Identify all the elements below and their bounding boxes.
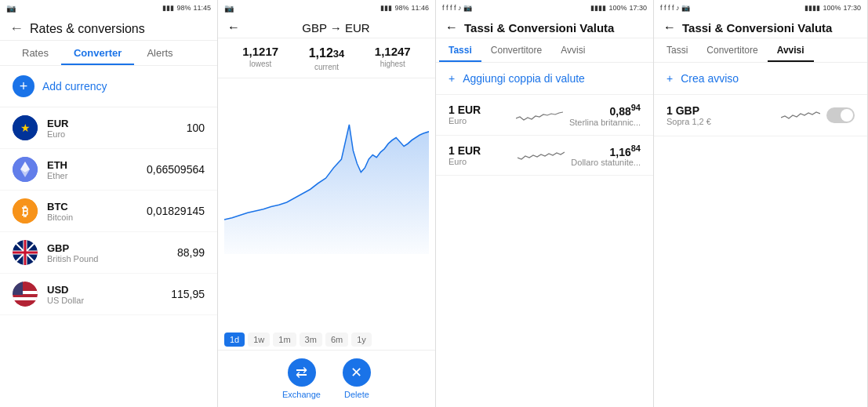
pair-title: GBP → EUR: [246, 21, 426, 35]
currency-item-gbp[interactable]: GBP British Pound 88,99: [0, 232, 217, 274]
status-bar-3: f f f f ♪ 📷 ▮▮▮▮ 100% 17:30: [436, 0, 653, 16]
tab-avvisi-3[interactable]: Avvisi: [551, 38, 594, 62]
svg-text:₿: ₿: [22, 205, 28, 218]
time-3m[interactable]: 3m: [300, 333, 322, 347]
pair-info-1: 1 EUR Euro: [449, 104, 510, 125]
currency-value-gbp: 88,99: [177, 246, 205, 259]
panel-avvisi: f f f f ♪ 📷 ▮▮▮▮ 100% 17:30 ← Tassi & Co…: [654, 0, 868, 407]
currency-name-eth: Ether: [47, 171, 137, 180]
signal-icon-1: ▮▮▮: [162, 4, 174, 12]
currency-item-usd[interactable]: USD US Dollar 115,95: [0, 274, 217, 315]
rate-highest-label: highest: [375, 60, 411, 68]
flag-eur: ★: [13, 115, 38, 140]
page-title-3: Tassi & Conversioni Valuta: [464, 21, 614, 35]
tab-avvisi-4[interactable]: Avvisi: [768, 38, 814, 62]
back-button-2[interactable]: ←: [227, 20, 240, 35]
status-left-1: 📷: [6, 4, 16, 13]
currency-info-gbp: GBP British Pound: [47, 242, 168, 263]
time-selector: 1d 1w 1m 3m 6m 1y: [218, 329, 435, 350]
pair-info-2: 1 EUR Euro: [449, 144, 511, 166]
flag-eth: [13, 157, 38, 182]
chart-svg: [224, 82, 429, 254]
time-6m[interactable]: 6m: [325, 333, 348, 347]
currency-name-usd: US Dollar: [47, 296, 162, 305]
flag-btc: ₿: [13, 198, 38, 223]
time-4: 17:30: [843, 4, 861, 12]
pair-name-1: Euro: [449, 116, 510, 125]
pair-sub-1: Sterlina britannic...: [569, 118, 641, 127]
plus-icon-3: +: [449, 72, 455, 85]
currency-name-gbp: British Pound: [47, 254, 168, 263]
panel-converter: 📷 ▮▮▮ 98% 11:45 ← Rates & conversions Ra…: [0, 0, 218, 407]
currency-item-eth[interactable]: ETH Ether 0,66509564: [0, 149, 217, 191]
currency-list: ★ EUR Euro 100 ETH Ether 0,66509564: [0, 107, 217, 407]
rate-pair-eur-gbp[interactable]: 1 EUR Euro 0,8894 Sterlina britannic...: [436, 95, 653, 136]
status-left-2: 📷: [224, 4, 234, 13]
currency-info-eth: ETH Ether: [47, 159, 137, 180]
status-bar-4: f f f f ♪ 📷 ▮▮▮▮ 100% 17:30: [654, 0, 867, 16]
status-right-4: ▮▮▮▮ 100% 17:30: [804, 4, 861, 12]
flag-gbp: [13, 240, 38, 265]
currency-item-eur[interactable]: ★ EUR Euro 100: [0, 107, 217, 149]
rate-info-row: 1,1217 lowest 1,1234 current 1,1247 high…: [218, 38, 435, 78]
pair-value-2: 1,1684 Dollaro statunite...: [571, 144, 641, 168]
add-pair-button[interactable]: + Aggiungi coppia di valute: [436, 63, 653, 95]
svg-rect-16: [13, 297, 38, 300]
tab-tassi-3[interactable]: Tassi: [439, 38, 481, 62]
signal-icon-3: ▮▮▮▮: [590, 4, 606, 12]
time-2: 11:46: [411, 4, 429, 12]
rate-pair-eur-usd[interactable]: 1 EUR Euro 1,1684 Dollaro statunite...: [436, 136, 653, 176]
currency-name-btc: Bitcoin: [47, 213, 137, 222]
add-pair-label: Aggiungi coppia di valute: [463, 72, 585, 85]
status-left-3: f f f f ♪ 📷: [442, 4, 472, 12]
alert-sparkline-1: [781, 106, 820, 125]
currency-name-eur: Euro: [47, 129, 177, 139]
alert-toggle-1[interactable]: [826, 107, 855, 123]
rate-highest-value: 1,1247: [375, 45, 411, 58]
back-button-3[interactable]: ←: [445, 20, 458, 35]
status-right-1: ▮▮▮ 98% 11:45: [162, 4, 211, 12]
rate-current: 1,1234 current: [309, 45, 345, 71]
tab-convertitore-3[interactable]: Convertitore: [481, 38, 551, 62]
tabs-row-4: Tassi Convertitore Avvisi: [654, 38, 867, 63]
add-alert-button[interactable]: + Crea avviso: [654, 63, 867, 95]
delete-button[interactable]: ✕ Delete: [343, 358, 371, 399]
pair-sub-2: Dollaro statunite...: [571, 158, 641, 167]
tab-rates-1[interactable]: Rates: [9, 41, 61, 65]
currency-code-gbp: GBP: [47, 242, 168, 254]
back-button-4[interactable]: ←: [663, 20, 676, 35]
sparkline-1: [516, 103, 563, 126]
delete-label: Delete: [344, 390, 369, 399]
tabs-row-3: Tassi Convertitore Avvisi: [436, 38, 653, 63]
tab-convertitore-4[interactable]: Convertitore: [697, 38, 767, 62]
time-1m[interactable]: 1m: [273, 333, 296, 347]
chart-actions: ⇄ Exchange ✕ Delete: [218, 350, 435, 407]
rate-current-value: 1,1234: [309, 45, 345, 61]
panel-chart: 📷 ▮▮▮ 98% 11:46 ← GBP → EUR 1,1217 lowes…: [218, 0, 436, 407]
delete-icon: ✕: [343, 358, 371, 387]
tab-tassi-4[interactable]: Tassi: [657, 38, 697, 62]
add-alert-label: Crea avviso: [681, 72, 739, 85]
currency-item-btc[interactable]: ₿ BTC Bitcoin 0,01829145: [0, 191, 217, 232]
header-3: ← Tassi & Conversioni Valuta: [436, 16, 653, 38]
alert-item-gbp[interactable]: 1 GBP Sopra 1,2 €: [654, 95, 867, 136]
time-1w[interactable]: 1w: [248, 333, 270, 347]
time-1d[interactable]: 1d: [224, 333, 245, 347]
currency-info-usd: USD US Dollar: [47, 284, 162, 305]
status-bar-2: 📷 ▮▮▮ 98% 11:46: [218, 0, 435, 16]
pair-value-big-1: 0,8894: [569, 103, 641, 118]
tab-alerts-1[interactable]: Alerts: [134, 41, 185, 65]
header-2: ← GBP → EUR: [218, 16, 435, 38]
add-currency-button[interactable]: + Add currency: [0, 66, 217, 107]
time-1y[interactable]: 1y: [351, 333, 372, 347]
tab-converter-1[interactable]: Converter: [61, 41, 134, 65]
pair-value-big-2: 1,1684: [571, 144, 641, 158]
svg-text:★: ★: [20, 122, 31, 134]
battery-3: 100%: [608, 4, 626, 12]
page-title-4: Tassi & Conversioni Valuta: [682, 21, 832, 35]
rate-lowest-label: lowest: [242, 60, 278, 68]
back-button-1[interactable]: ←: [9, 20, 24, 37]
page-title-1: Rates & conversions: [30, 22, 145, 36]
status-bar-1: 📷 ▮▮▮ 98% 11:45: [0, 0, 217, 16]
exchange-button[interactable]: ⇄ Exchange: [282, 358, 321, 399]
